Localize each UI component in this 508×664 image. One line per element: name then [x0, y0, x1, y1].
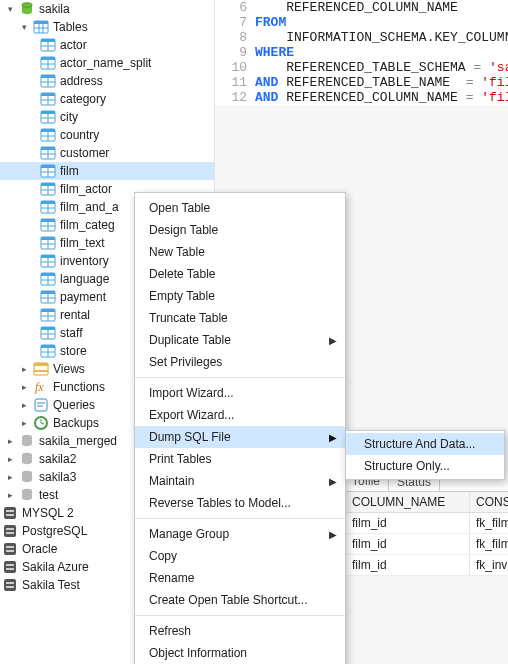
expander-icon[interactable]: ▸ [18, 417, 31, 430]
functions-icon: fx [33, 379, 49, 395]
grid-row[interactable]: film_idfk_inv [346, 555, 508, 576]
menu-export-wizard[interactable]: Export Wizard... [135, 404, 345, 426]
menu-print-tables[interactable]: Print Tables [135, 448, 345, 470]
menu-refresh[interactable]: Refresh [135, 620, 345, 642]
sql-editor[interactable]: 6789101112 REFERENCED_COLUMN_NAME FROM I… [215, 0, 508, 105]
menu-copy[interactable]: Copy [135, 545, 345, 567]
menu-reverse-tables[interactable]: Reverse Tables to Model... [135, 492, 345, 514]
table-node-country[interactable]: country [0, 126, 214, 144]
expander-icon[interactable]: ▸ [4, 471, 17, 484]
sql-source[interactable]: REFERENCED_COLUMN_NAME FROM INFORMATION_… [255, 0, 508, 105]
database-icon [19, 433, 35, 449]
connection-label: Oracle [22, 542, 57, 556]
table-icon [40, 181, 56, 197]
table-node-category[interactable]: category [0, 90, 214, 108]
expander-icon[interactable]: ▸ [18, 381, 31, 394]
line-gutter: 6789101112 [215, 0, 255, 105]
db-label: test [39, 488, 58, 502]
menu-delete-table[interactable]: Delete Table [135, 263, 345, 285]
expander-icon[interactable]: ▾ [18, 21, 31, 34]
menu-duplicate-table[interactable]: Duplicate Table▶ [135, 329, 345, 351]
database-icon [19, 451, 35, 467]
svg-rect-72 [41, 327, 55, 330]
svg-rect-16 [41, 75, 55, 78]
expander-icon[interactable]: ▸ [18, 399, 31, 412]
tables-folder[interactable]: ▾ Tables [0, 18, 214, 36]
dump-sql-submenu[interactable]: Structure And Data... Structure Only... [345, 430, 505, 480]
code-line: WHERE [255, 45, 294, 60]
table-node-film[interactable]: film [0, 162, 214, 180]
table-icon [40, 145, 56, 161]
expander-icon[interactable]: ▸ [4, 489, 17, 502]
svg-rect-76 [41, 345, 55, 348]
svg-rect-105 [6, 586, 14, 588]
svg-rect-81 [34, 370, 48, 372]
table-label: category [60, 92, 106, 106]
svg-rect-12 [41, 57, 55, 60]
menu-rename[interactable]: Rename [135, 567, 345, 589]
queries-label: Queries [53, 398, 95, 412]
table-label: film_actor [60, 182, 112, 196]
menu-design-table[interactable]: Design Table [135, 219, 345, 241]
connection-icon [2, 541, 18, 557]
cell: fk_film [470, 513, 508, 533]
table-label: address [60, 74, 103, 88]
menu-truncate-table[interactable]: Truncate Table [135, 307, 345, 329]
grid-row[interactable]: film_idfk_film [346, 534, 508, 555]
line-number: 7 [215, 15, 247, 30]
table-node-actor[interactable]: actor [0, 36, 214, 54]
menu-import-wizard[interactable]: Import Wizard... [135, 382, 345, 404]
menu-maintain[interactable]: Maintain▶ [135, 470, 345, 492]
menu-set-privileges[interactable]: Set Privileges [135, 351, 345, 373]
table-label: customer [60, 146, 109, 160]
table-node-actor_name_split[interactable]: actor_name_split [0, 54, 214, 72]
code-line: AND [255, 75, 278, 90]
code-line: FROM [255, 15, 286, 30]
menu-new-table[interactable]: New Table [135, 241, 345, 263]
expander-icon[interactable]: ▸ [4, 453, 17, 466]
submenu-structure-and-data[interactable]: Structure And Data... [346, 433, 504, 455]
table-label: actor_name_split [60, 56, 151, 70]
connection-icon [2, 505, 18, 521]
code-line: REFERENCED_TABLE_SCHEMA [255, 60, 473, 75]
table-label: inventory [60, 254, 109, 268]
grid-row[interactable]: film_idfk_film [346, 513, 508, 534]
queries-icon [33, 397, 49, 413]
table-node-customer[interactable]: customer [0, 144, 214, 162]
svg-rect-52 [41, 237, 55, 240]
table-context-menu[interactable]: Open Table Design Table New Table Delete… [134, 192, 346, 664]
menu-manage-group[interactable]: Manage Group▶ [135, 523, 345, 545]
table-icon [40, 91, 56, 107]
table-label: rental [60, 308, 90, 322]
menu-dump-sql-file[interactable]: Dump SQL File▶ [135, 426, 345, 448]
line-number: 12 [215, 90, 247, 105]
table-icon [40, 199, 56, 215]
table-node-address[interactable]: address [0, 72, 214, 90]
svg-rect-99 [6, 550, 14, 552]
col-header[interactable]: COLUMN_NAME [346, 492, 470, 512]
table-label: store [60, 344, 87, 358]
expander-icon[interactable]: ▸ [18, 363, 31, 376]
svg-rect-48 [41, 219, 55, 222]
table-icon [40, 37, 56, 53]
svg-rect-64 [41, 291, 55, 294]
menu-object-info[interactable]: Object Information [135, 642, 345, 664]
menu-open-table[interactable]: Open Table [135, 197, 345, 219]
menu-divider [135, 615, 345, 616]
submenu-structure-only[interactable]: Structure Only... [346, 455, 504, 477]
result-panel: rofile Status COLUMN_NAME CONS film_idfk… [346, 472, 508, 576]
svg-rect-93 [6, 514, 14, 516]
db-node-sakila[interactable]: ▾ sakila [0, 0, 214, 18]
table-label: film_categ [60, 218, 115, 232]
table-icon [40, 235, 56, 251]
connection-label: Sakila Test [22, 578, 80, 592]
table-label: language [60, 272, 109, 286]
table-node-city[interactable]: city [0, 108, 214, 126]
table-icon [40, 217, 56, 233]
backups-label: Backups [53, 416, 99, 430]
expander-icon[interactable]: ▸ [4, 435, 17, 448]
menu-create-shortcut[interactable]: Create Open Table Shortcut... [135, 589, 345, 611]
expander-icon[interactable]: ▾ [4, 3, 17, 16]
col-header[interactable]: CONS [470, 492, 508, 512]
menu-empty-table[interactable]: Empty Table [135, 285, 345, 307]
